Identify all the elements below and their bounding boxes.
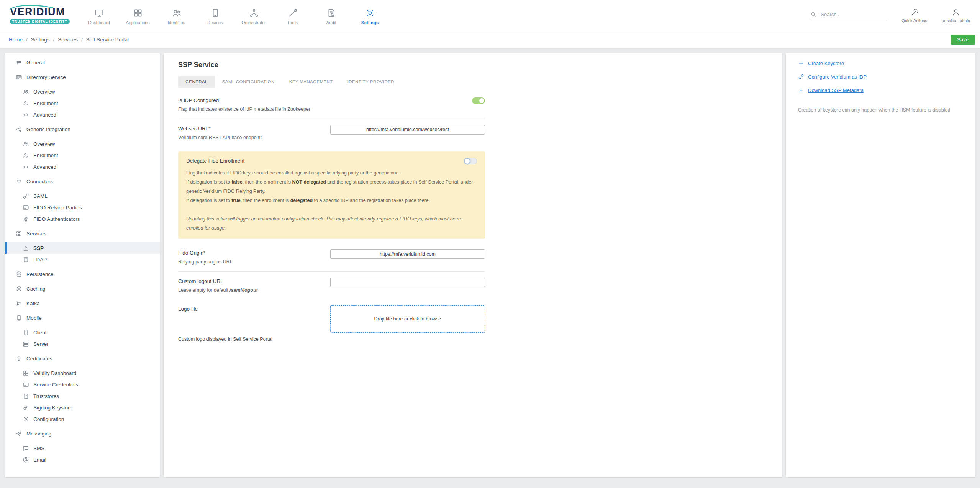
nav-item-tools[interactable]: Tools [273, 7, 312, 25]
websec-url-input[interactable] [330, 125, 485, 135]
nav-item-applications[interactable]: Applications [118, 7, 157, 25]
tab-key-management[interactable]: KEY MANAGEMENT [282, 76, 340, 88]
sidebar-item-service-credentials[interactable]: Service Credentials [5, 379, 160, 390]
phone-icon [23, 329, 29, 336]
sidebar-item-caching[interactable]: Caching [5, 283, 160, 294]
sidebar-item-email[interactable]: Email [5, 454, 160, 465]
sidebar-item-fido-authenticators[interactable]: FIDO Authenticators [5, 213, 160, 225]
sidebar-item-label: Server [33, 341, 49, 347]
custom-logout-url-input[interactable] [330, 278, 485, 287]
nav-item-label: Devices [207, 20, 223, 25]
sidebar-item-advanced[interactable]: Advanced [5, 161, 160, 173]
tab-general[interactable]: GENERAL [178, 76, 215, 88]
breadcrumb-item-settings[interactable]: Settings [31, 37, 50, 43]
network-icon [16, 300, 22, 307]
sidebar-item-label: LDAP [33, 257, 47, 263]
badge-icon [16, 355, 22, 362]
sidebar-item-label: Connectors [26, 179, 53, 184]
plug-icon [16, 178, 22, 185]
configure-veridium-as-idp-link[interactable]: Configure Veridium as IDP [798, 74, 963, 80]
sidebar-item-server[interactable]: Server [5, 338, 160, 350]
book-icon [23, 256, 29, 263]
nav-item-orchestrator[interactable]: Orchestrator [234, 7, 273, 25]
global-search [810, 11, 887, 20]
card-icon [23, 381, 29, 388]
sidebar-item-sms[interactable]: SMS [5, 442, 160, 454]
sidebar-item-certificates[interactable]: Certificates [5, 353, 160, 364]
sidebar-item-saml[interactable]: SAML [5, 190, 160, 202]
breadcrumb: Home/Settings/Services/Self Service Port… [9, 37, 129, 43]
sidebar-item-enrollment[interactable]: Enrollment [5, 150, 160, 161]
sidebar-item-validity-dashboard[interactable]: Validity Dashboard [5, 367, 160, 379]
sidebar-item-advanced[interactable]: Advanced [5, 109, 160, 120]
sidebar-item-ldap[interactable]: LDAP [5, 254, 160, 265]
logo-file-label: Logo file [178, 306, 315, 312]
sidebar-item-directory-service[interactable]: Directory Service [5, 71, 160, 83]
sidebar-item-generic-integration[interactable]: Generic Integration [5, 123, 160, 135]
download-ssp-metadata-link[interactable]: Download SSP Metadata [798, 87, 963, 93]
breadcrumb-item-home[interactable]: Home [9, 37, 23, 43]
sidebar-item-label: FIDO Authenticators [33, 216, 80, 222]
breadcrumb-item-services[interactable]: Services [58, 37, 78, 43]
breadcrumb-separator: / [26, 37, 28, 43]
nav-item-identities[interactable]: Identities [157, 7, 196, 25]
sidebar-item-enrollment[interactable]: Enrollment [5, 97, 160, 109]
sidebar-item-ssp[interactable]: SSP [5, 242, 160, 254]
brand-tagline: TRUSTED DIGITAL IDENTITY [10, 19, 70, 24]
tab-identity-provider[interactable]: IDENTITY PROVIDER [340, 76, 402, 88]
tab-saml-configuration[interactable]: SAML CONFIGURATION [215, 76, 282, 88]
sidebar-item-fido-relying-parties[interactable]: FIDO Relying Parties [5, 202, 160, 213]
sidebar-item-general[interactable]: General [5, 57, 160, 68]
sidebar-item-connectors[interactable]: Connectors [5, 176, 160, 187]
sidebar-item-label: Enrollment [33, 100, 58, 106]
ssp-service-panel: SSP Service GENERALSAML CONFIGURATIONKEY… [164, 53, 782, 477]
nav-item-settings[interactable]: Settings [351, 7, 389, 25]
fido-origin-input[interactable] [330, 249, 485, 259]
sidebar-item-signing-keystore[interactable]: Signing Keystore [5, 402, 160, 413]
is-idp-configured-toggle[interactable] [472, 97, 485, 104]
sidebar-item-label: SSP [33, 245, 44, 251]
field-logo-file: Logo file Drop file here or click to bro… [178, 299, 485, 335]
enroll-icon [23, 152, 29, 159]
ssp-general-form: Is IDP Configured Flag that indicates ex… [178, 91, 485, 342]
sidebar-item-configuration[interactable]: Configuration [5, 413, 160, 425]
user-menu[interactable]: aencica_admin [942, 8, 970, 23]
plus-icon [798, 60, 804, 66]
action-link-label: Download SSP Metadata [808, 87, 864, 93]
identities-icon [172, 8, 182, 18]
delegate-fido-description: Flag that indicates if FIDO keys should … [186, 168, 477, 205]
settings-icon [365, 8, 375, 18]
sidebar-item-truststores[interactable]: Truststores [5, 390, 160, 402]
nav-item-audit[interactable]: Audit [312, 7, 351, 25]
sidebar-item-kafka[interactable]: Kafka [5, 297, 160, 309]
code-icon [23, 112, 29, 118]
sidebar-item-mobile[interactable]: Mobile [5, 312, 160, 324]
sidebar-item-label: FIDO Relying Parties [33, 205, 82, 210]
grid-icon [23, 370, 29, 376]
logo-file-dropzone[interactable]: Drop file here or click to browse [330, 305, 485, 333]
nav-item-label: Dashboard [88, 20, 110, 25]
sidebar-item-services[interactable]: Services [5, 228, 160, 239]
save-button[interactable]: Save [951, 35, 975, 45]
delegate-fido-toggle[interactable] [464, 158, 477, 164]
create-keystore-link[interactable]: Create Keystore [798, 60, 963, 66]
sidebar-item-overview[interactable]: Overview [5, 86, 160, 97]
send-icon [16, 430, 22, 437]
nav-item-dashboard[interactable]: Dashboard [80, 7, 118, 25]
search-input[interactable] [821, 12, 882, 17]
quick-actions-button[interactable]: Quick Actions [901, 8, 927, 23]
logo-file-note: Custom logo displayed in Self Service Po… [178, 337, 485, 342]
sidebar-item-persistence[interactable]: Persistence [5, 268, 160, 280]
brand-name: VERIDIUM [10, 7, 74, 17]
veridium-logo[interactable]: VERIDIUM TRUSTED DIGITAL IDENTITY [10, 7, 74, 24]
sidebar-item-label: Certificates [26, 356, 52, 361]
nav-item-devices[interactable]: Devices [196, 7, 234, 25]
sidebar-item-client[interactable]: Client [5, 327, 160, 338]
audit-icon [326, 8, 336, 18]
nav-item-label: Applications [126, 20, 149, 25]
sidebar-item-messaging[interactable]: Messaging [5, 428, 160, 439]
sidebar-item-overview[interactable]: Overview [5, 138, 160, 150]
quick-actions-label: Quick Actions [901, 18, 927, 23]
breadcrumb-separator: / [53, 37, 55, 43]
sidebar-item-label: Email [33, 457, 46, 463]
